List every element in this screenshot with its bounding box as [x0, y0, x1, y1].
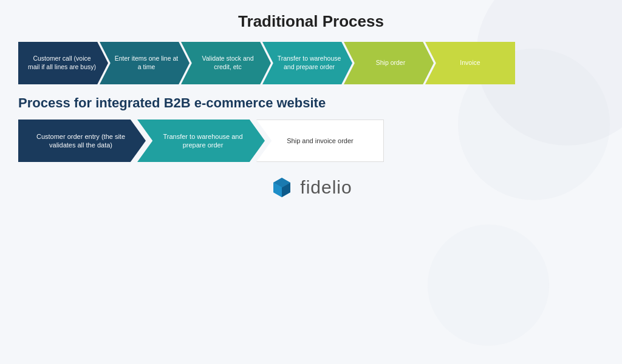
b2b-step-1: Customer order entry (the site validates… — [18, 120, 146, 162]
trad-step-1: Customer call (voice mail if all lines a… — [18, 42, 108, 84]
trad-step-4: Transfer to warehouse and prepare order — [262, 42, 352, 84]
trad-step-3: Validate stock and credit, etc — [181, 42, 271, 84]
traditional-flow: Customer call (voice mail if all lines a… — [18, 42, 604, 84]
logo-text: fidelio — [300, 177, 352, 198]
trad-step-2: Enter items one line at a time — [100, 42, 190, 84]
trad-step-5: Ship order — [344, 42, 434, 84]
page-title: Traditional Process — [18, 12, 604, 31]
fidelio-logo-icon — [270, 175, 294, 200]
b2b-section-title: Process for integrated B2B e-commerce we… — [18, 95, 604, 111]
b2b-step-3: Ship and invoice order — [256, 120, 384, 162]
b2b-flow: Customer order entry (the site validates… — [18, 120, 604, 162]
b2b-step-2: Transfer to warehouse and prepare order — [137, 120, 265, 162]
logo-area: fidelio — [18, 175, 604, 200]
trad-step-6: Invoice — [425, 42, 515, 84]
